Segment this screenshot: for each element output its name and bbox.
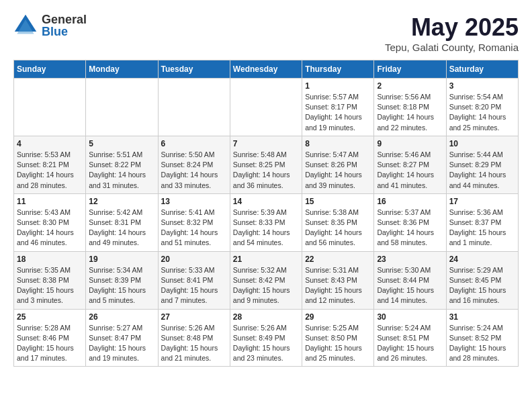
day-number: 25 bbox=[17, 312, 83, 322]
day-number: 17 bbox=[449, 197, 515, 206]
day-info: Sunrise: 5:50 AM Sunset: 8:24 PM Dayligh… bbox=[161, 150, 227, 191]
calendar-cell: 23Sunrise: 5:30 AM Sunset: 8:44 PM Dayli… bbox=[374, 251, 446, 309]
calendar-cell: 11Sunrise: 5:43 AM Sunset: 8:30 PM Dayli… bbox=[14, 193, 86, 251]
calendar-cell: 13Sunrise: 5:41 AM Sunset: 8:32 PM Dayli… bbox=[158, 193, 230, 251]
calendar-cell: 12Sunrise: 5:42 AM Sunset: 8:31 PM Dayli… bbox=[86, 193, 158, 251]
day-number: 13 bbox=[161, 197, 227, 206]
calendar-cell: 19Sunrise: 5:34 AM Sunset: 8:39 PM Dayli… bbox=[86, 251, 158, 309]
day-info: Sunrise: 5:54 AM Sunset: 8:20 PM Dayligh… bbox=[449, 92, 515, 133]
calendar-cell: 9Sunrise: 5:46 AM Sunset: 8:27 PM Daylig… bbox=[374, 136, 446, 193]
day-number: 30 bbox=[377, 312, 443, 322]
logo-blue-text: Blue bbox=[42, 26, 87, 38]
header-monday: Monday bbox=[86, 60, 158, 79]
header-sunday: Sunday bbox=[14, 60, 86, 79]
calendar-cell: 7Sunrise: 5:48 AM Sunset: 8:25 PM Daylig… bbox=[230, 136, 302, 193]
day-info: Sunrise: 5:43 AM Sunset: 8:30 PM Dayligh… bbox=[17, 208, 83, 248]
day-info: Sunrise: 5:32 AM Sunset: 8:42 PM Dayligh… bbox=[233, 265, 299, 306]
day-number: 26 bbox=[89, 312, 154, 322]
day-info: Sunrise: 5:42 AM Sunset: 8:31 PM Dayligh… bbox=[89, 208, 154, 248]
week-row-0: 1Sunrise: 5:57 AM Sunset: 8:17 PM Daylig… bbox=[14, 79, 519, 136]
day-number: 31 bbox=[449, 312, 515, 322]
logo-general-text: General bbox=[42, 13, 87, 26]
day-number: 15 bbox=[305, 197, 371, 206]
week-row-4: 25Sunrise: 5:28 AM Sunset: 8:46 PM Dayli… bbox=[14, 309, 519, 367]
calendar-cell: 20Sunrise: 5:33 AM Sunset: 8:41 PM Dayli… bbox=[158, 251, 230, 309]
day-number: 16 bbox=[377, 197, 443, 206]
title-area: May 2025 Tepu, Galati County, Romania bbox=[385, 13, 519, 53]
day-number: 4 bbox=[17, 139, 83, 148]
day-number: 11 bbox=[17, 197, 83, 206]
subtitle: Tepu, Galati County, Romania bbox=[385, 42, 519, 53]
day-info: Sunrise: 5:51 AM Sunset: 8:22 PM Dayligh… bbox=[89, 150, 154, 191]
day-info: Sunrise: 5:38 AM Sunset: 8:35 PM Dayligh… bbox=[305, 208, 371, 248]
day-info: Sunrise: 5:44 AM Sunset: 8:29 PM Dayligh… bbox=[449, 150, 515, 191]
day-info: Sunrise: 5:34 AM Sunset: 8:39 PM Dayligh… bbox=[89, 265, 154, 306]
day-number: 21 bbox=[233, 255, 299, 264]
day-info: Sunrise: 5:33 AM Sunset: 8:41 PM Dayligh… bbox=[161, 265, 227, 306]
calendar-cell: 1Sunrise: 5:57 AM Sunset: 8:17 PM Daylig… bbox=[302, 79, 374, 136]
calendar-cell: 16Sunrise: 5:37 AM Sunset: 8:36 PM Dayli… bbox=[374, 193, 446, 251]
calendar-cell: 8Sunrise: 5:47 AM Sunset: 8:26 PM Daylig… bbox=[302, 136, 374, 193]
calendar-cell bbox=[14, 79, 86, 136]
day-info: Sunrise: 5:27 AM Sunset: 8:47 PM Dayligh… bbox=[89, 323, 154, 364]
day-info: Sunrise: 5:35 AM Sunset: 8:38 PM Dayligh… bbox=[17, 265, 83, 306]
day-info: Sunrise: 5:36 AM Sunset: 8:37 PM Dayligh… bbox=[449, 208, 515, 248]
calendar-cell: 25Sunrise: 5:28 AM Sunset: 8:46 PM Dayli… bbox=[14, 309, 86, 367]
calendar-cell: 17Sunrise: 5:36 AM Sunset: 8:37 PM Dayli… bbox=[446, 193, 518, 251]
day-number: 9 bbox=[377, 139, 443, 148]
day-info: Sunrise: 5:29 AM Sunset: 8:45 PM Dayligh… bbox=[449, 265, 515, 306]
day-number: 1 bbox=[305, 81, 371, 91]
calendar-cell bbox=[86, 79, 158, 136]
day-number: 6 bbox=[161, 139, 227, 148]
day-number: 8 bbox=[305, 139, 371, 148]
calendar-cell: 4Sunrise: 5:53 AM Sunset: 8:21 PM Daylig… bbox=[14, 136, 86, 193]
calendar-cell: 14Sunrise: 5:39 AM Sunset: 8:33 PM Dayli… bbox=[230, 193, 302, 251]
day-info: Sunrise: 5:47 AM Sunset: 8:26 PM Dayligh… bbox=[305, 150, 371, 191]
calendar-cell: 26Sunrise: 5:27 AM Sunset: 8:47 PM Dayli… bbox=[86, 309, 158, 367]
calendar-cell: 27Sunrise: 5:26 AM Sunset: 8:48 PM Dayli… bbox=[158, 309, 230, 367]
day-info: Sunrise: 5:30 AM Sunset: 8:44 PM Dayligh… bbox=[377, 265, 443, 306]
day-info: Sunrise: 5:37 AM Sunset: 8:36 PM Dayligh… bbox=[377, 208, 443, 248]
logo-icon bbox=[13, 13, 38, 38]
calendar-cell: 5Sunrise: 5:51 AM Sunset: 8:22 PM Daylig… bbox=[86, 136, 158, 193]
day-info: Sunrise: 5:41 AM Sunset: 8:32 PM Dayligh… bbox=[161, 208, 227, 248]
day-info: Sunrise: 5:46 AM Sunset: 8:27 PM Dayligh… bbox=[377, 150, 443, 191]
header: General Blue May 2025 Tepu, Galati Count… bbox=[13, 13, 519, 53]
week-row-3: 18Sunrise: 5:35 AM Sunset: 8:38 PM Dayli… bbox=[14, 251, 519, 309]
day-number: 23 bbox=[377, 255, 443, 264]
day-info: Sunrise: 5:39 AM Sunset: 8:33 PM Dayligh… bbox=[233, 208, 299, 248]
day-number: 19 bbox=[89, 255, 154, 264]
day-number: 29 bbox=[305, 312, 371, 322]
day-number: 10 bbox=[449, 139, 515, 148]
calendar-cell: 10Sunrise: 5:44 AM Sunset: 8:29 PM Dayli… bbox=[446, 136, 518, 193]
calendar-cell: 2Sunrise: 5:56 AM Sunset: 8:18 PM Daylig… bbox=[374, 79, 446, 136]
day-number: 2 bbox=[377, 81, 443, 91]
calendar-cell bbox=[230, 79, 302, 136]
calendar-header-row: SundayMondayTuesdayWednesdayThursdayFrid… bbox=[14, 60, 519, 79]
header-wednesday: Wednesday bbox=[230, 60, 302, 79]
calendar-cell: 15Sunrise: 5:38 AM Sunset: 8:35 PM Dayli… bbox=[302, 193, 374, 251]
day-number: 20 bbox=[161, 255, 227, 264]
header-friday: Friday bbox=[374, 60, 446, 79]
day-info: Sunrise: 5:26 AM Sunset: 8:48 PM Dayligh… bbox=[161, 323, 227, 364]
logo-text: General Blue bbox=[42, 13, 87, 38]
header-saturday: Saturday bbox=[446, 60, 518, 79]
day-info: Sunrise: 5:24 AM Sunset: 8:52 PM Dayligh… bbox=[449, 323, 515, 364]
calendar-cell: 22Sunrise: 5:31 AM Sunset: 8:43 PM Dayli… bbox=[302, 251, 374, 309]
calendar-cell: 28Sunrise: 5:26 AM Sunset: 8:49 PM Dayli… bbox=[230, 309, 302, 367]
day-number: 7 bbox=[233, 139, 299, 148]
day-number: 24 bbox=[449, 255, 515, 264]
logo: General Blue bbox=[13, 13, 87, 38]
calendar-cell: 3Sunrise: 5:54 AM Sunset: 8:20 PM Daylig… bbox=[446, 79, 518, 136]
calendar-cell: 18Sunrise: 5:35 AM Sunset: 8:38 PM Dayli… bbox=[14, 251, 86, 309]
header-thursday: Thursday bbox=[302, 60, 374, 79]
day-info: Sunrise: 5:48 AM Sunset: 8:25 PM Dayligh… bbox=[233, 150, 299, 191]
day-info: Sunrise: 5:56 AM Sunset: 8:18 PM Dayligh… bbox=[377, 92, 443, 133]
day-number: 22 bbox=[305, 255, 371, 264]
calendar-cell: 30Sunrise: 5:24 AM Sunset: 8:51 PM Dayli… bbox=[374, 309, 446, 367]
day-info: Sunrise: 5:53 AM Sunset: 8:21 PM Dayligh… bbox=[17, 150, 83, 191]
day-number: 5 bbox=[89, 139, 154, 148]
day-info: Sunrise: 5:25 AM Sunset: 8:50 PM Dayligh… bbox=[305, 323, 371, 364]
week-row-2: 11Sunrise: 5:43 AM Sunset: 8:30 PM Dayli… bbox=[14, 193, 519, 251]
day-number: 18 bbox=[17, 255, 83, 264]
